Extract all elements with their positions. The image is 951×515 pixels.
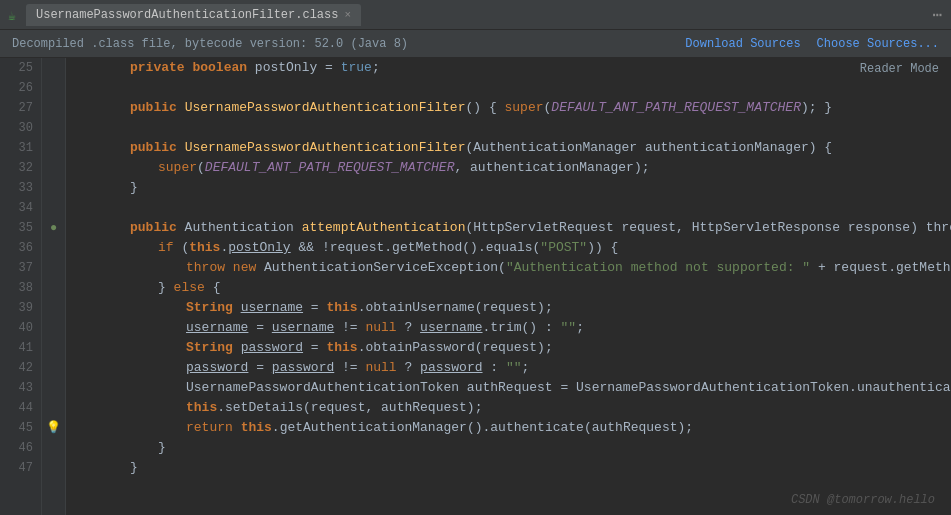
- token: AuthenticationManager: [473, 140, 637, 155]
- decompile-info: Decompiled .class file, bytecode version…: [12, 37, 685, 51]
- line-number: 31: [8, 138, 33, 158]
- bookmark-icon: ●: [50, 218, 57, 238]
- line-number: 47: [8, 458, 33, 478]
- line-numbers: 2526273031323334353637383940414243444546…: [0, 58, 42, 515]
- info-bar: Decompiled .class file, bytecode version…: [0, 30, 951, 58]
- token: public: [130, 100, 177, 115]
- token: getMethod().equals(: [392, 240, 540, 255]
- table-row: [74, 198, 943, 218]
- token: throw: [186, 260, 225, 275]
- token: "": [506, 360, 522, 375]
- gutter-cell: [42, 198, 65, 218]
- table-row: throw new AuthenticationServiceException…: [74, 258, 943, 278]
- tab-close-button[interactable]: ×: [344, 9, 351, 21]
- token: UsernamePasswordAuthenticationFilter: [185, 140, 466, 155]
- code-area: 2526273031323334353637383940414243444546…: [0, 58, 951, 515]
- token: }: [158, 440, 166, 455]
- table-row: public Authentication attemptAuthenticat…: [74, 218, 943, 238]
- token: new: [233, 260, 256, 275]
- line-number: 45: [8, 418, 33, 438]
- reader-mode-label[interactable]: Reader Mode: [860, 62, 939, 76]
- token: if: [158, 240, 174, 255]
- token: super: [505, 100, 544, 115]
- line-number: 44: [8, 398, 33, 418]
- gutter-cell: [42, 298, 65, 318]
- gutter-cell: [42, 118, 65, 138]
- table-row: [74, 118, 943, 138]
- token: =: [248, 320, 271, 335]
- line-number: 40: [8, 318, 33, 338]
- token: !=: [334, 320, 365, 335]
- token: password: [241, 340, 303, 355]
- token: .obtainUsername(request);: [358, 300, 553, 315]
- token: this: [186, 400, 217, 415]
- gutter-cell: [42, 398, 65, 418]
- token: "": [561, 320, 577, 335]
- token: username: [272, 320, 334, 335]
- table-row: String username = this.obtainUsername(re…: [74, 298, 943, 318]
- line-number: 46: [8, 438, 33, 458]
- watermark: CSDN @tomorrow.hello: [791, 493, 935, 507]
- gutter-cell: [42, 278, 65, 298]
- line-number: 38: [8, 278, 33, 298]
- token: "Authentication method not supported: ": [506, 260, 810, 275]
- token: this: [326, 340, 357, 355]
- table-row: this.setDetails(request, authRequest);: [74, 398, 943, 418]
- gutter-cell: [42, 58, 65, 78]
- token: boolean: [192, 60, 247, 75]
- line-number: 37: [8, 258, 33, 278]
- token: [233, 300, 241, 315]
- token: , authenticationManager);: [454, 160, 649, 175]
- token: this: [326, 300, 357, 315]
- token: UsernamePasswordAuthenticationFilter: [185, 100, 466, 115]
- line-number: 43: [8, 378, 33, 398]
- table-row: String password = this.obtainPassword(re…: [74, 338, 943, 358]
- token: postOnly: [228, 240, 290, 255]
- file-icon: ☕: [8, 8, 22, 22]
- token: UsernamePasswordAuthenticationToken auth…: [186, 380, 951, 395]
- active-tab[interactable]: UsernamePasswordAuthenticationFilter.cla…: [26, 4, 361, 26]
- token: (HttpServletRequest request, HttpServlet…: [465, 220, 951, 235]
- table-row: [74, 78, 943, 98]
- title-bar: ☕ UsernamePasswordAuthenticationFilter.c…: [0, 0, 951, 30]
- gutter-cell: [42, 178, 65, 198]
- gutter: ●💡: [42, 58, 66, 515]
- token: public: [130, 220, 177, 235]
- token: )) {: [587, 240, 618, 255]
- token: (: [174, 240, 190, 255]
- token: ?: [397, 360, 420, 375]
- token: request.: [330, 240, 392, 255]
- token: [177, 140, 185, 155]
- line-number: 35: [8, 218, 33, 238]
- more-actions-icon[interactable]: ⋯: [932, 5, 943, 25]
- token: null: [365, 320, 396, 335]
- token: private: [130, 60, 185, 75]
- line-number: 42: [8, 358, 33, 378]
- token: return: [186, 420, 233, 435]
- table-row: super(DEFAULT_ANT_PATH_REQUEST_MATCHER, …: [74, 158, 943, 178]
- token: String: [186, 300, 233, 315]
- line-number: 25: [8, 58, 33, 78]
- gutter-cell: [42, 78, 65, 98]
- token: ;: [576, 320, 584, 335]
- token: .setDetails(request, authRequest);: [217, 400, 482, 415]
- table-row: username = username != null ? username.t…: [74, 318, 943, 338]
- token: DEFAULT_ANT_PATH_REQUEST_MATCHER: [551, 100, 801, 115]
- token: [233, 340, 241, 355]
- token: username: [186, 320, 248, 335]
- code-content[interactable]: Reader Mode private boolean postOnly = t…: [66, 58, 951, 515]
- download-sources-link[interactable]: Download Sources: [685, 37, 800, 51]
- token: [233, 420, 241, 435]
- token: ;: [522, 360, 530, 375]
- line-number: 39: [8, 298, 33, 318]
- token: null: [365, 360, 396, 375]
- bulb-icon[interactable]: 💡: [46, 418, 61, 438]
- token: .obtainPassword(request);: [358, 340, 553, 355]
- table-row: }: [74, 458, 943, 478]
- token: [225, 260, 233, 275]
- line-number: 34: [8, 198, 33, 218]
- choose-sources-link[interactable]: Choose Sources...: [817, 37, 939, 51]
- token: String: [186, 340, 233, 355]
- gutter-cell: [42, 358, 65, 378]
- table-row: if (this.postOnly && !request.getMethod(…: [74, 238, 943, 258]
